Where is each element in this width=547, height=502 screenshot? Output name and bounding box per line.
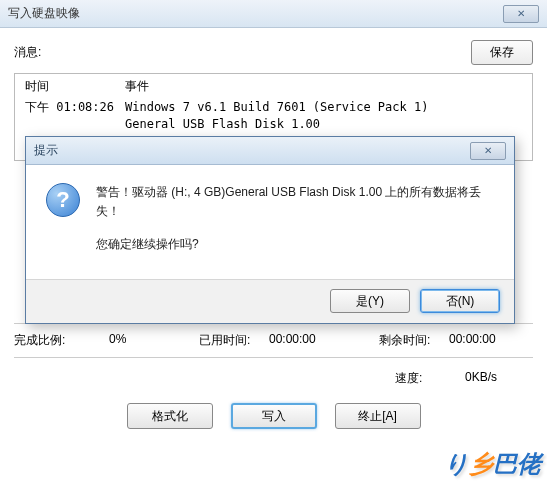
dialog-title: 提示 — [34, 142, 58, 159]
col-event-header: 事件 — [125, 78, 522, 95]
dialog-close-button[interactable]: ✕ — [470, 142, 506, 160]
main-titlebar: 写入硬盘映像 ✕ — [0, 0, 547, 28]
ratio-label: 完成比例: — [14, 332, 109, 349]
dialog-warning: 警告！驱动器 (H:, 4 GB)General USB Flash Disk … — [96, 183, 494, 221]
elapsed-label: 已用时间: — [199, 332, 269, 349]
no-button[interactable]: 否(N) — [420, 289, 500, 313]
write-button[interactable]: 写入 — [231, 403, 317, 429]
format-button[interactable]: 格式化 — [127, 403, 213, 429]
elapsed-value: 00:00:00 — [269, 332, 379, 349]
watermark: り乡巴佬 — [444, 448, 541, 480]
log-event-1: Windows 7 v6.1 Build 7601 (Service Pack … — [125, 99, 522, 116]
question-icon: ? — [46, 183, 80, 217]
save-button[interactable]: 保存 — [471, 40, 533, 65]
remain-value: 00:00:00 — [449, 332, 496, 349]
dialog-titlebar: 提示 ✕ — [26, 137, 514, 165]
log-time: 下午 01:08:26 — [25, 99, 125, 116]
ratio-value: 0% — [109, 332, 199, 349]
speed-value: 0KB/s — [465, 370, 525, 387]
confirm-dialog: 提示 ✕ ? 警告！驱动器 (H:, 4 GB)General USB Flas… — [25, 136, 515, 324]
dialog-confirm: 您确定继续操作吗? — [96, 235, 494, 254]
message-label: 消息: — [14, 44, 41, 61]
log-event-2: General USB Flash Disk 1.00 — [125, 116, 522, 133]
remain-label: 剩余时间: — [379, 332, 449, 349]
window-title: 写入硬盘映像 — [8, 5, 80, 22]
yes-button[interactable]: 是(Y) — [330, 289, 410, 313]
col-time-header: 时间 — [25, 78, 125, 95]
close-button[interactable]: ✕ — [503, 5, 539, 23]
abort-button[interactable]: 终止[A] — [335, 403, 421, 429]
speed-label: 速度: — [395, 370, 465, 387]
progress-row: 完成比例: 0% 已用时间: 00:00:00 剩余时间: 00:00:00 — [14, 323, 533, 358]
